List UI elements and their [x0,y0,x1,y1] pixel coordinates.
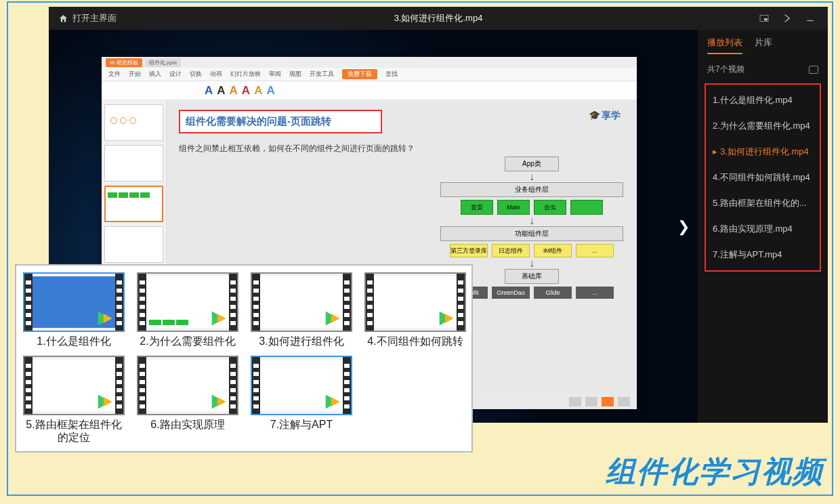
menu-item[interactable]: 文件 [108,70,121,79]
arrow-down-icon: ↓ [440,217,623,224]
playlist-item[interactable]: 3.如何进行组件化.mp4 [706,139,820,165]
menu-item[interactable]: 插入 [149,70,161,79]
video-label: 6.路由实现原理 [137,418,238,431]
app-tab[interactable]: W 稻壳模板 [106,58,142,67]
video-thumb[interactable] [137,272,238,332]
ribbon-menu: 文件 开始 插入 设计 切换 动画 幻灯片放映 审阅 视图 开发工具 免费下载 … [102,68,637,81]
playlist-item[interactable]: 5.路由框架在组件化的... [706,190,820,216]
menu-item[interactable]: 审阅 [269,70,281,79]
font-style-samples[interactable]: AAAAAA [205,84,279,98]
minimize-icon[interactable] [805,13,816,24]
play-icon [209,309,228,328]
playlist-item[interactable]: 4.不同组件如何跳转.mp4 [706,165,820,190]
menu-item[interactable]: 切换 [190,70,202,79]
play-icon [322,392,341,411]
svg-marker-10 [445,314,454,323]
svg-marker-16 [331,397,340,406]
folder-icon[interactable] [809,66,818,74]
slide-thumb[interactable] [104,145,163,182]
slide-thumb[interactable] [104,226,163,263]
logo: 享学 [589,110,621,122]
slide-thumb[interactable] [104,104,163,141]
slide-title-box[interactable]: 组件化需要解决的问题-页面跳转 [179,110,382,133]
video-thumb[interactable] [23,356,125,415]
ribbon-toolbar: AAAAAA [102,81,637,100]
view-button[interactable] [569,397,581,406]
diagram-box: ... [576,244,614,257]
diagram-box: GreenDao [492,287,530,299]
slide-thumb[interactable] [104,186,163,222]
diagram-box [570,200,603,215]
menu-item[interactable]: 设计 [169,70,182,79]
playlist-item[interactable]: 1.什么是组件化.mp4 [706,87,820,113]
menu-item[interactable]: 动画 [210,70,222,79]
play-button[interactable] [602,397,614,406]
video-label: 7.注解与APT [251,418,352,431]
diagram-box: ... [576,287,614,299]
grid-row: 1.什么是组件化 2.为什么需要组件化 3.如何进行组件化 4.不同组件如何跳转 [23,272,465,348]
diagram-box: 业务组件层 [440,182,623,197]
diagram-box: IM组件 [534,244,572,257]
diagram-box: App类 [505,156,559,171]
slide-subtitle: 组件之间禁止相互依赖，如何在不同的组件之间进行页面的跳转？ [179,143,625,154]
video-thumb[interactable] [23,272,125,332]
playlist-item[interactable]: 7.注解与APT.mp4 [706,242,820,268]
video-grid-panel: 1.什么是组件化 2.为什么需要组件化 3.如何进行组件化 4.不同组件如何跳转… [15,264,473,453]
search-label[interactable]: 查找 [385,70,398,79]
grid-item[interactable]: 3.如何进行组件化 [251,272,352,348]
diagram-box: 日志组件 [492,244,530,257]
playlist: 1.什么是组件化.mp4 2.为什么需要组件化.mp4 3.如何进行组件化.mp… [705,83,821,272]
diagram-box: 基础库 [505,269,559,284]
view-button[interactable] [618,397,630,406]
menu-item[interactable]: 视图 [289,70,301,79]
svg-marker-12 [104,397,112,406]
menu-item[interactable]: 幻灯片放映 [230,70,261,79]
grid-item[interactable]: 4.不同组件如何跳转 [364,272,466,348]
video-label: 4.不同组件如何跳转 [364,335,466,348]
diagram-box: Glide [534,287,572,299]
page-big-title: 组件化学习视频 [606,452,824,492]
grid-row: 5.路由框架在组件化的定位 6.路由实现原理 7.注解与APT [23,356,465,444]
diagram-box: Main [497,200,530,215]
diagram-box: 合实 [534,200,566,215]
grid-item[interactable]: 7.注解与APT [251,356,352,444]
grid-item[interactable]: 6.路由实现原理 [137,356,238,444]
download-button[interactable]: 免费下载 [342,69,377,79]
video-label: 3.如何进行组件化 [251,335,352,348]
video-label: 1.什么是组件化 [23,335,125,348]
tab-library[interactable]: 片库 [755,37,772,54]
grid-item[interactable]: 2.为什么需要组件化 [137,272,238,348]
menu-item[interactable]: 开始 [129,70,141,79]
tab-playlist[interactable]: 播放列表 [707,37,742,54]
video-label: 2.为什么需要组件化 [137,335,238,348]
playlist-item[interactable]: 6.路由实现原理.mp4 [706,216,820,242]
svg-rect-1 [764,18,768,20]
pip-icon[interactable] [759,13,770,24]
svg-marker-14 [217,397,226,406]
titlebar: 打开主界面 3.如何进行组件化.mp4 [49,7,828,30]
video-thumb[interactable] [251,356,352,415]
video-thumb[interactable] [364,272,466,332]
detach-icon[interactable] [782,13,793,24]
play-icon [95,392,114,411]
diagram-box: 首页 [461,200,493,215]
view-button[interactable] [585,397,597,406]
menu-item[interactable]: 开发工具 [310,70,334,79]
playlist-sidebar: 播放列表 片库 共7个视频 1.什么是组件化.mp4 2.为什么需要组件化.mp… [698,30,828,423]
next-video-arrow[interactable]: ❯ [677,218,690,236]
home-icon [58,14,68,24]
playlist-item[interactable]: 2.为什么需要组件化.mp4 [706,113,820,139]
open-main-button[interactable]: 打开主界面 [58,12,117,24]
grid-item[interactable]: 5.路由框架在组件化的定位 [23,356,125,444]
playlist-count-row: 共7个视频 [698,60,828,79]
svg-marker-4 [104,314,112,323]
video-thumb[interactable] [137,356,238,415]
play-icon [322,309,341,328]
slide-title: 组件化需要解决的问题-页面跳转 [186,115,331,127]
home-label: 打开主界面 [72,12,117,24]
svg-marker-6 [217,314,226,323]
diagram-box: 第三方登录库 [450,244,488,257]
video-thumb[interactable] [251,272,352,332]
grid-item[interactable]: 1.什么是组件化 [23,272,125,348]
app-tab[interactable]: 组件化.pptx [145,58,181,67]
